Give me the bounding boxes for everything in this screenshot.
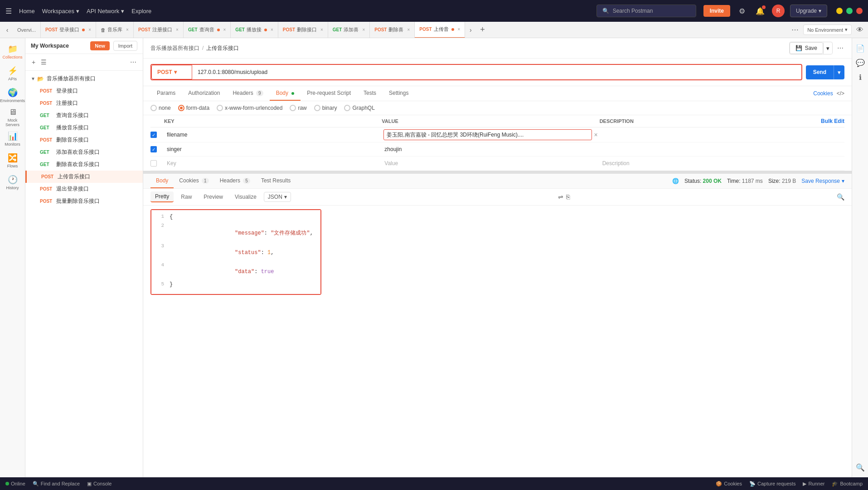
import-button[interactable]: Import	[113, 41, 137, 51]
tab-music-lib[interactable]: 🗑 音乐库 ×	[96, 22, 134, 38]
row1-checkbox[interactable]: ✓	[150, 132, 157, 138]
row1-close-icon[interactable]: ×	[594, 131, 597, 138]
bootcamp-btn[interactable]: 🎓 Bootcamp	[832, 481, 863, 487]
tab-overview[interactable]: Overvi...	[13, 22, 41, 38]
send-button[interactable]: Send	[806, 65, 834, 79]
tab-nav-prev[interactable]: ‹	[2, 24, 13, 35]
find-replace-btn[interactable]: 🔍 Find and Replace	[33, 481, 80, 487]
tree-item-upload-music[interactable]: POST 上传音乐接口	[25, 171, 143, 183]
tree-item-del-fav[interactable]: GET 删除喜欢音乐接口	[25, 158, 143, 171]
tab-nav-next[interactable]: ›	[465, 24, 476, 35]
console-btn[interactable]: ▣ Console	[87, 481, 112, 487]
notifications-icon-btn[interactable]: 🔔	[754, 5, 766, 17]
tree-item-login[interactable]: POST 登录接口	[25, 85, 143, 97]
sidebar-item-apis[interactable]: ⚡ APIs	[3, 64, 23, 83]
radio-graphql[interactable]: GraphQL	[344, 105, 374, 111]
tab-register[interactable]: POST 注册接口 ×	[134, 22, 184, 38]
new-button[interactable]: New	[90, 41, 110, 50]
nav-api-network[interactable]: API Network ▾	[87, 8, 124, 15]
maximize-button[interactable]: □	[846, 8, 853, 14]
save-response-button[interactable]: Save Response ▾	[801, 178, 844, 184]
user-avatar[interactable]: R	[772, 5, 785, 17]
tree-item-play-music[interactable]: GET 播放音乐接口	[25, 122, 143, 134]
env-settings-icon[interactable]: 👁	[853, 24, 866, 36]
resp-tab-cookies[interactable]: Cookies 1	[174, 174, 214, 188]
row2-checkbox[interactable]: ✓	[150, 146, 157, 152]
close-button[interactable]: ×	[856, 8, 863, 14]
tree-item-batch-delete[interactable]: POST 批量删除音乐接口	[25, 195, 143, 207]
right-icon-info[interactable]: ℹ	[854, 71, 867, 83]
json-format-selector[interactable]: JSON ▾	[264, 192, 291, 202]
upgrade-button[interactable]: Upgrade ▾	[790, 5, 827, 17]
sidebar-item-monitors[interactable]: 📊 Monitors	[3, 129, 23, 149]
req-tab-body[interactable]: Body	[270, 86, 301, 101]
nav-workspaces[interactable]: Workspaces ▾	[42, 8, 79, 15]
tabs-more-icon[interactable]: ⋯	[789, 24, 801, 36]
req-tab-headers[interactable]: Headers 9	[226, 86, 269, 101]
nav-explore[interactable]: Explore	[131, 8, 151, 15]
tab-upload-music[interactable]: POST 上传音 ×	[415, 22, 465, 38]
empty-row-checkbox[interactable]	[150, 160, 157, 167]
collection-root[interactable]: ▼ 📂 音乐播放器所有接口	[25, 73, 143, 85]
tree-item-register[interactable]: POST 注册接口	[25, 97, 143, 109]
req-tab-pre-request[interactable]: Pre-request Script	[301, 86, 357, 101]
resp-tab-body[interactable]: Body	[150, 174, 174, 188]
tab-delete-music[interactable]: POST 删除接口 ×	[278, 22, 328, 38]
radio-binary[interactable]: binary	[314, 105, 337, 111]
tab-query[interactable]: GET 查询音 ×	[184, 22, 231, 38]
tab-play[interactable]: GET 播放接 ×	[231, 22, 278, 38]
copy-response-icon[interactable]: ⎘	[566, 193, 570, 201]
nav-home[interactable]: Home	[19, 8, 35, 15]
row1-value-input[interactable]	[383, 129, 592, 140]
cookies-btn[interactable]: 🍪 Cookies	[716, 481, 742, 487]
empty-key[interactable]: Key	[164, 158, 382, 168]
send-caret-button[interactable]: ▾	[834, 65, 844, 79]
resp-tab-test-results[interactable]: Test Results	[256, 174, 296, 188]
capture-requests-btn[interactable]: 📡 Capture requests	[749, 481, 795, 487]
save-button[interactable]: 💾 Save	[790, 42, 823, 54]
tree-item-logout[interactable]: POST 退出登录接口	[25, 183, 143, 195]
settings-icon-btn[interactable]: ⚙	[736, 5, 748, 17]
online-status[interactable]: Online	[5, 481, 25, 486]
format-pretty-btn[interactable]: Pretty	[150, 191, 174, 202]
tree-item-add-fav[interactable]: GET 添加喜欢音乐接口	[25, 146, 143, 158]
radio-raw[interactable]: raw	[290, 105, 306, 111]
panel-list-icon[interactable]: ☰	[40, 58, 48, 67]
panel-add-icon[interactable]: +	[31, 58, 36, 67]
search-response-icon[interactable]: 🔍	[837, 193, 844, 201]
method-selector[interactable]: POST ▾	[151, 65, 192, 79]
req-tab-tests[interactable]: Tests	[357, 86, 383, 101]
invite-button[interactable]: Invite	[703, 5, 730, 17]
tab-login[interactable]: POST 登录接口 ×	[41, 22, 96, 38]
sidebar-item-environments[interactable]: 🌍 Environments	[3, 85, 23, 105]
right-icon-search[interactable]: 🔍	[854, 461, 867, 474]
format-visualize-btn[interactable]: Visualize	[230, 192, 261, 202]
empty-description[interactable]: Description	[600, 158, 817, 168]
add-tab-button[interactable]: +	[476, 24, 489, 36]
breadcrumb-parent[interactable]: 音乐播放器所有接口	[150, 44, 199, 52]
panel-more-icon[interactable]: ⋯	[129, 58, 137, 67]
sidebar-item-history[interactable]: 🕐 History	[3, 172, 23, 192]
radio-form-data[interactable]: form-data	[178, 105, 209, 111]
cookies-link[interactable]: Cookies	[813, 90, 833, 97]
radio-url-encoded[interactable]: x-www-form-urlencoded	[217, 105, 282, 111]
req-tab-auth[interactable]: Authorization	[182, 86, 226, 101]
format-preview-btn[interactable]: Preview	[199, 192, 228, 202]
sidebar-item-collections[interactable]: 📁 Collections	[3, 42, 23, 62]
code-view-button[interactable]: </>	[837, 90, 844, 97]
tree-item-delete-music[interactable]: POST 删除音乐接口	[25, 134, 143, 146]
bulk-edit-button[interactable]: Bulk Edit	[821, 118, 844, 124]
minimize-button[interactable]: —	[836, 8, 843, 14]
save-caret-button[interactable]: ▾	[823, 43, 832, 54]
tab-del-fav[interactable]: POST 删除喜 ×	[370, 22, 415, 38]
search-bar[interactable]: 🔍 Search Postman	[596, 5, 696, 17]
radio-none[interactable]: none	[150, 105, 171, 111]
environment-selector[interactable]: No Environment ▾	[803, 24, 852, 35]
resp-tab-headers[interactable]: Headers 5	[214, 174, 256, 188]
format-raw-btn[interactable]: Raw	[176, 192, 196, 202]
runner-btn[interactable]: ▶ Runner	[803, 481, 824, 487]
request-more-icon[interactable]: ⋯	[836, 44, 844, 53]
tab-add-fav[interactable]: GET 添加喜 ×	[328, 22, 370, 38]
right-icon-comments[interactable]: 💬	[854, 56, 867, 69]
empty-value[interactable]: Value	[382, 158, 599, 168]
